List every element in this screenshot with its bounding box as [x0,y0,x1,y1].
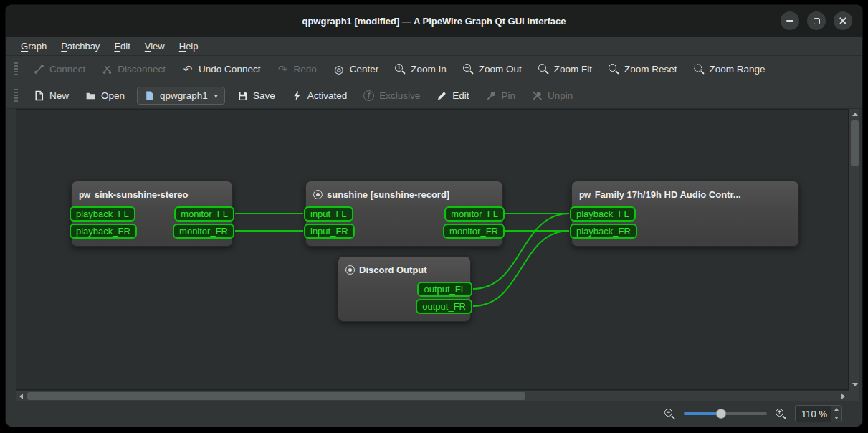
close-icon [839,16,847,25]
unpin-button[interactable]: Unpin [525,87,580,105]
scroll-up-button[interactable] [849,109,860,120]
button-label: New [49,90,69,101]
port-output-fr[interactable]: output_FR [416,299,472,314]
button-label: Open [101,90,125,101]
zoom-range-button[interactable]: Zoom Range [687,60,773,78]
node-sunshine-record[interactable]: sunshine [sunshine-record] input_FL moni… [305,181,503,247]
port-monitor-fl[interactable]: monitor_FL [174,206,234,222]
disconnect-icon [102,64,113,75]
spin-down-button[interactable] [831,414,841,422]
spin-up-button[interactable] [831,406,841,414]
node-family-hd-audio[interactable]: pw Family 17h/19h HD Audio Contr... play… [571,181,799,247]
menu-label: iew [151,41,165,52]
zoom-fit-button[interactable]: Zoom Fit [531,60,599,78]
window-title: qpwgraph1 [modified] — A PipeWire Graph … [6,16,862,27]
scroll-left-button[interactable] [16,391,27,401]
menubar: Graph Patchbay Edit View Help [6,37,862,56]
node-sink-sunshine-stereo[interactable]: pw sink-sunshine-stereo playback_FL moni… [71,181,233,247]
graph-canvas[interactable]: pw sink-sunshine-stereo playback_FL moni… [16,109,849,390]
redo-button[interactable]: ↷ Redo [270,60,323,78]
open-button[interactable]: Open [78,87,132,105]
menu-label: G [21,41,28,52]
patchbay-select-value: qpwgraph1 [160,90,208,101]
exclusive-toggle[interactable]: ƒ Exclusive [356,87,427,105]
titlebar[interactable]: qpwgraph1 [modified] — A PipeWire Graph … [6,5,862,37]
port-row: playback_FR monitor_FR [70,224,234,239]
activated-toggle[interactable]: Activated [285,87,355,105]
port-playback-fr[interactable]: playback_FR [570,224,637,239]
button-label: Activated [307,90,348,101]
menu-patchbay[interactable]: Patchbay [54,39,106,54]
port-row: output_FR [336,299,472,314]
patchbay-file-icon [144,90,155,101]
pin-button[interactable]: Pin [479,87,523,105]
port-output-fl[interactable]: output_FL [417,282,472,297]
menu-edit[interactable]: Edit [108,39,136,54]
port-playback-fr[interactable]: playback_FR [70,224,137,239]
toolbar-drag-handle[interactable] [14,62,18,75]
port-monitor-fr[interactable]: monitor_FR [173,224,234,239]
chevron-down-icon: ▾ [214,92,218,100]
scroll-right-button[interactable] [838,391,849,401]
port-monitor-fr[interactable]: monitor_FR [443,224,505,239]
zoom-spinbox[interactable]: 110 % [795,405,842,422]
lightning-icon [292,90,302,101]
patchbay-select[interactable]: qpwgraph1 ▾ [137,87,225,105]
zoom-in-icon[interactable]: + [776,409,786,419]
port-row: playback_FR [570,224,801,239]
button-label: Zoom Range [710,64,766,75]
center-button[interactable]: ◎ Center [326,60,386,78]
scrollbar-corner [849,390,859,401]
zoom-in-button[interactable]: + Zoom In [388,60,454,78]
zoom-slider[interactable] [684,408,767,419]
connect-button[interactable]: Connect [27,60,92,78]
vertical-scrollbar[interactable] [849,109,859,390]
port-input-fr[interactable]: input_FR [304,224,355,239]
zoom-out-icon: − [463,64,474,75]
zoom-reset-button[interactable]: Zoom Reset [601,60,685,78]
menu-label: elp [186,41,198,52]
save-icon [237,90,248,101]
button-label: Zoom Fit [554,64,592,75]
horizontal-scrollbar-thumb[interactable] [27,392,525,400]
file-toolbar: New Open qpwgraph1 ▾ Save [6,82,862,109]
undo-icon: ↶ [182,64,194,75]
menu-label: P [61,41,67,52]
zoom-slider-handle[interactable] [716,409,726,419]
zoom-out-icon[interactable]: − [664,409,675,419]
port-monitor-fl[interactable]: monitor_FL [444,206,505,222]
toolbar-drag-handle[interactable] [14,89,18,102]
node-title: sink-sunshine-stereo [95,189,189,200]
zoom-reset-icon [609,64,619,75]
menu-label: atchbay [67,41,100,52]
horizontal-scrollbar[interactable] [16,390,849,401]
zoom-range-icon [694,64,705,75]
minimize-button[interactable] [781,11,799,30]
edit-toggle[interactable]: Edit [429,87,476,105]
port-playback-fl[interactable]: playback_FL [70,206,135,222]
scroll-down-button[interactable] [849,379,860,390]
vertical-scrollbar-thumb[interactable] [851,120,859,166]
menu-label: dit [120,41,130,52]
maximize-button[interactable] [807,11,826,30]
menu-graph[interactable]: Graph [14,39,53,54]
close-button[interactable] [834,11,852,30]
pipewire-icon: pw [79,191,90,199]
port-row: input_FR monitor_FR [304,224,505,239]
zoom-out-button[interactable]: − Zoom Out [456,60,529,78]
pipewire-icon: pw [579,191,591,199]
disconnect-button[interactable]: Disconnect [95,60,173,78]
menu-label: H [179,41,186,52]
menu-help[interactable]: Help [173,39,205,54]
undo-connect-button[interactable]: ↶ Undo Connect [175,60,267,78]
menu-label: E [114,41,120,52]
port-playback-fl[interactable]: playback_FL [570,206,636,222]
node-discord-output[interactable]: Discord Output output_FL output_FR [338,256,471,322]
save-button[interactable]: Save [230,87,282,105]
menu-view[interactable]: View [138,39,171,54]
zoom-in-icon: + [395,64,406,75]
new-button[interactable]: New [27,87,76,105]
port-row: output_FL [336,282,472,297]
button-label: Edit [452,90,469,101]
port-input-fl[interactable]: input_FL [304,206,353,222]
